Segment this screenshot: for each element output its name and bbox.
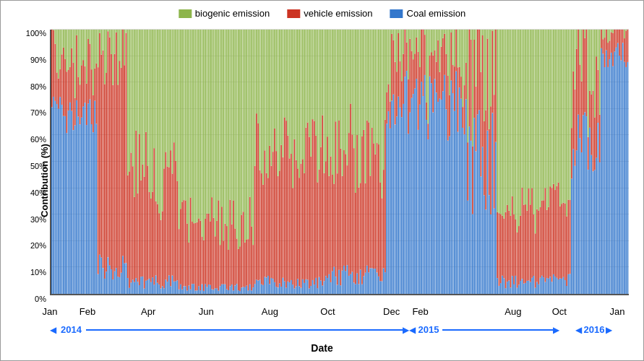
svg-rect-524 [340,149,342,285]
svg-rect-1027 [627,30,629,62]
svg-rect-459 [304,30,305,173]
svg-rect-949 [580,138,581,294]
svg-rect-386 [265,150,266,277]
svg-rect-204 [163,30,165,168]
svg-rect-87 [99,33,100,255]
svg-rect-726 [452,30,454,65]
svg-rect-222 [173,30,175,142]
svg-rect-827 [512,276,513,294]
svg-rect-675 [424,30,426,35]
svg-rect-568 [365,272,366,294]
svg-rect-486 [319,30,320,170]
vehicle-label: vehicle emission [304,8,372,19]
svg-rect-21 [63,48,64,116]
svg-rect-771 [481,177,482,294]
svg-rect-374 [257,123,259,280]
legend-vehicle: vehicle emission [287,8,372,19]
svg-rect-911 [558,279,559,294]
svg-rect-237 [181,30,183,201]
svg-rect-161 [140,180,142,277]
svg-rect-515 [335,121,337,277]
svg-rect-718 [449,136,450,294]
svg-rect-774 [482,147,484,294]
svg-rect-90 [100,55,102,258]
svg-rect-447 [297,30,299,168]
svg-rect-357 [248,30,249,239]
svg-rect-443 [296,160,297,287]
svg-rect-587 [374,155,376,269]
svg-rect-781 [485,110,486,210]
svg-rect-625 [396,116,398,294]
svg-rect-643 [406,43,408,71]
svg-rect-130 [124,264,125,294]
svg-rect-519 [337,30,338,173]
svg-rect-543 [350,30,351,103]
svg-rect-915 [559,206,561,279]
svg-rect-885 [543,200,544,277]
svg-rect-740 [460,30,462,77]
svg-rect-197 [160,220,162,289]
svg-rect-180 [150,30,152,199]
svg-rect-199 [162,286,163,294]
svg-rect-387 [265,30,266,150]
svg-rect-317 [226,226,228,290]
svg-rect-669 [421,82,422,294]
svg-rect-444 [296,30,297,160]
svg-rect-998 [607,30,609,43]
svg-rect-287 [210,221,211,284]
svg-rect-319 [228,290,229,294]
svg-rect-416 [280,145,282,287]
biogenic-label: biogenic emission [195,8,270,19]
svg-rect-318 [226,30,228,226]
svg-rect-6 [55,44,56,101]
svg-rect-163 [142,277,144,294]
svg-rect-481 [317,288,319,294]
svg-rect-686 [431,52,432,83]
svg-rect-909 [557,186,558,277]
coal-swatch [390,9,403,18]
svg-rect-70 [90,30,91,44]
svg-rect-398 [271,166,272,278]
svg-rect-78 [94,69,95,101]
svg-rect-523 [340,285,342,294]
svg-rect-755 [471,141,472,294]
svg-rect-25 [64,30,66,58]
svg-rect-777 [484,195,485,294]
coal-label: Coal emission [407,8,466,19]
svg-rect-37 [71,30,72,48]
svg-rect-736 [459,67,460,87]
svg-rect-20 [63,116,64,294]
svg-rect-700 [439,98,441,294]
svg-rect-154 [137,282,139,294]
svg-rect-936 [571,128,572,178]
svg-rect-610 [388,111,390,294]
svg-rect-945 [576,49,578,151]
svg-rect-872 [536,282,538,294]
svg-rect-656 [413,30,414,59]
svg-rect-940 [572,30,574,71]
svg-rect-577 [370,269,372,294]
svg-rect-666 [419,105,421,294]
svg-rect-1018 [622,43,624,294]
svg-rect-15 [59,69,61,97]
svg-rect-63 [86,84,87,126]
svg-rect-706 [442,91,444,294]
svg-rect-18 [61,54,63,105]
svg-rect-995 [606,30,607,51]
svg-rect-779 [484,30,485,121]
svg-rect-785 [487,30,489,38]
svg-rect-489 [320,30,322,147]
x-label-aug: Aug [262,306,278,317]
svg-rect-364 [253,287,254,294]
svg-rect-937 [571,30,572,128]
svg-rect-218 [172,173,173,275]
svg-rect-820 [507,30,508,205]
svg-rect-501 [327,30,328,136]
svg-rect-476 [314,121,315,284]
svg-rect-1003 [611,32,612,53]
svg-rect-33 [69,67,71,103]
svg-rect-329 [233,200,234,290]
svg-rect-521 [338,121,340,270]
svg-rect-799 [495,30,497,142]
svg-rect-742 [462,107,463,128]
